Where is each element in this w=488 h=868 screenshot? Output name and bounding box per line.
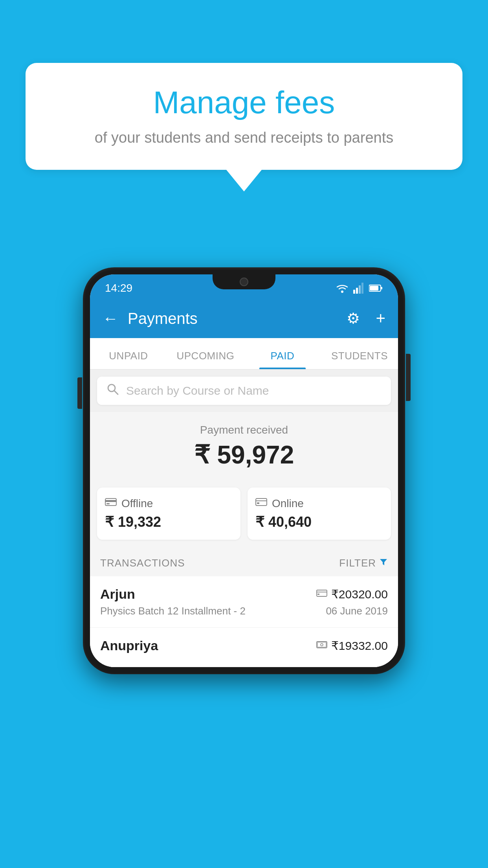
transaction-top-arjun: Arjun ₹20320.00 — [100, 587, 388, 602]
card-mode-icon — [316, 588, 327, 600]
speech-bubble-wrapper: Manage fees of your students and send re… — [26, 63, 462, 191]
phone-wrapper: 14:29 — [83, 267, 405, 674]
svg-rect-19 — [317, 594, 319, 595]
phone-outer: 14:29 — [83, 267, 405, 674]
transaction-row-anupriya[interactable]: Anupriya ₹19332.00 — [90, 628, 398, 667]
signal-icon — [353, 283, 365, 294]
app-title: Payments — [128, 310, 337, 327]
offline-label: Offline — [121, 497, 153, 510]
offline-card: Offline ₹ 19,332 — [97, 487, 240, 540]
transaction-name-anupriya: Anupriya — [100, 638, 158, 653]
svg-rect-1 — [353, 290, 355, 294]
svg-rect-15 — [257, 502, 259, 504]
svg-rect-4 — [361, 283, 363, 294]
transaction-course-arjun: Physics Batch 12 Installment - 2 — [100, 605, 246, 617]
offline-amount: ₹ 19,332 — [105, 514, 233, 530]
tab-upcoming[interactable]: UPCOMING — [167, 350, 244, 369]
transactions-header: TRANSACTIONS FILTER — [90, 549, 398, 576]
transaction-bottom-arjun: Physics Batch 12 Installment - 2 06 June… — [100, 605, 388, 617]
transaction-top-anupriya: Anupriya ₹19332.00 — [100, 638, 388, 653]
transaction-amount-anupriya: ₹19332.00 — [331, 639, 388, 653]
svg-rect-7 — [370, 286, 378, 291]
back-button[interactable]: ← — [103, 310, 118, 327]
svg-rect-17 — [317, 590, 327, 596]
filter-button[interactable]: FILTER — [339, 557, 388, 569]
status-icons — [335, 283, 383, 294]
svg-marker-16 — [380, 559, 387, 565]
transaction-name-arjun: Arjun — [100, 587, 135, 602]
wifi-icon — [335, 283, 349, 294]
svg-rect-13 — [256, 498, 267, 506]
transaction-amount-arjun: ₹20320.00 — [331, 587, 388, 601]
search-icon — [106, 383, 119, 399]
transaction-amount-wrap-arjun: ₹20320.00 — [316, 587, 388, 601]
cards-row: Offline ₹ 19,332 Onlin — [90, 480, 398, 549]
transaction-row-arjun[interactable]: Arjun ₹20320.00 Physics Batch 1 — [90, 576, 398, 628]
svg-point-22 — [321, 644, 323, 646]
svg-rect-12 — [106, 503, 110, 504]
svg-rect-2 — [356, 288, 358, 294]
camera-dot — [240, 278, 248, 286]
tabs-bar: UNPAID UPCOMING PAID STUDENTS — [90, 338, 398, 370]
cash-mode-icon — [316, 640, 327, 652]
svg-line-9 — [114, 391, 118, 394]
svg-rect-6 — [381, 287, 382, 289]
transaction-amount-wrap-anupriya: ₹19332.00 — [316, 639, 388, 653]
online-amount: ₹ 40,640 — [255, 514, 383, 530]
svg-rect-3 — [359, 285, 361, 294]
offline-icon — [105, 497, 117, 510]
filter-icon — [379, 558, 388, 569]
manage-fees-subtitle: of your students and send receipts to pa… — [49, 129, 439, 146]
payment-amount: ₹ 59,972 — [90, 440, 398, 469]
app-bar: ← Payments ⚙ + — [90, 299, 398, 338]
online-card-header: Online — [255, 497, 383, 510]
phone-notch — [213, 274, 275, 289]
transactions-label: TRANSACTIONS — [100, 557, 185, 569]
status-time: 14:29 — [105, 282, 132, 294]
online-icon — [255, 497, 267, 510]
tab-paid[interactable]: PAID — [244, 350, 321, 369]
payment-summary: Payment received ₹ 59,972 — [90, 412, 398, 480]
add-button[interactable]: + — [376, 309, 385, 328]
tab-students[interactable]: STUDENTS — [321, 350, 398, 369]
phone-screen: 14:29 — [90, 274, 398, 667]
svg-point-0 — [341, 291, 343, 293]
manage-fees-title: Manage fees — [49, 85, 439, 121]
search-bar[interactable]: Search by Course or Name — [97, 377, 391, 405]
online-label: Online — [272, 497, 304, 510]
transaction-date-arjun: 06 June 2019 — [326, 605, 388, 617]
offline-card-header: Offline — [105, 497, 233, 510]
svg-rect-21 — [317, 642, 326, 647]
speech-bubble: Manage fees of your students and send re… — [26, 63, 462, 170]
filter-label: FILTER — [339, 557, 376, 569]
online-card: Online ₹ 40,640 — [248, 487, 391, 540]
speech-bubble-arrow — [226, 170, 262, 191]
battery-icon — [369, 284, 383, 292]
tab-unpaid[interactable]: UNPAID — [90, 350, 167, 369]
search-placeholder: Search by Course or Name — [126, 384, 269, 397]
payment-received-label: Payment received — [90, 424, 398, 436]
gear-icon[interactable]: ⚙ — [347, 310, 360, 327]
svg-rect-11 — [105, 500, 116, 502]
